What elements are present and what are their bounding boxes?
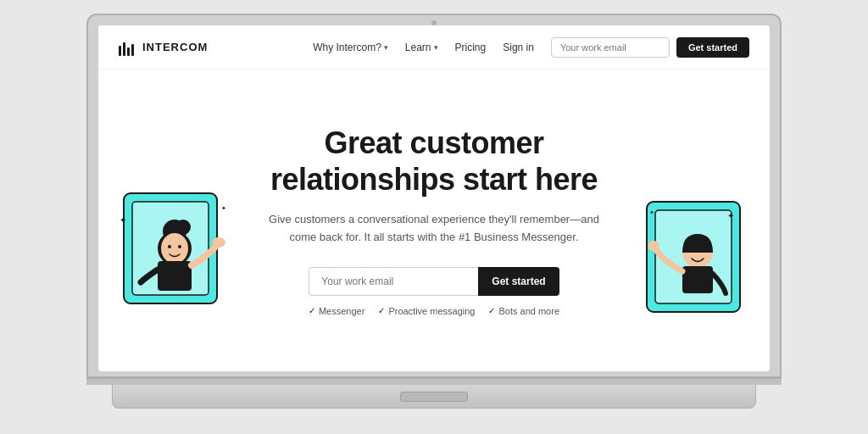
badge-messenger: ✓ Messenger xyxy=(309,306,364,316)
chevron-icon: ▾ xyxy=(384,43,388,52)
logo-text: INTERCOM xyxy=(142,41,208,53)
nav-links: Why Intercom? ▾ Learn ▾ Pricing Sign in xyxy=(313,42,534,53)
screen: INTERCOM Why Intercom? ▾ Learn ▾ Pricing xyxy=(98,25,770,371)
nav-email-input[interactable] xyxy=(551,37,670,58)
svg-point-4 xyxy=(175,220,191,235)
svg-point-5 xyxy=(161,233,188,264)
check-icon: ✓ xyxy=(378,306,385,315)
hero-title: Great customer relationships start here xyxy=(256,125,612,198)
nav-why-intercom[interactable]: Why Intercom? ▾ xyxy=(313,42,388,53)
nav-get-started-button[interactable]: Get started xyxy=(676,37,749,58)
hero-subtitle: Give customers a conversational experien… xyxy=(256,211,612,247)
logo: INTERCOM xyxy=(119,39,208,56)
laptop-container: INTERCOM Why Intercom? ▾ Learn ▾ Pricing xyxy=(86,14,782,420)
svg-text:✦: ✦ xyxy=(221,205,226,211)
badge-proactive: ✓ Proactive messaging xyxy=(378,306,475,316)
nav-sign-in[interactable]: Sign in xyxy=(503,42,534,53)
figure-right: ✦ ✦ xyxy=(643,193,753,354)
laptop-base xyxy=(112,385,756,409)
hero-form: Get started xyxy=(256,267,612,296)
svg-text:✦: ✦ xyxy=(727,211,734,220)
chevron-icon: ▾ xyxy=(434,43,438,52)
hero-get-started-button[interactable]: Get started xyxy=(478,267,559,296)
svg-point-16 xyxy=(648,241,659,251)
camera xyxy=(431,20,437,25)
hero-content: Great customer relationships start here … xyxy=(256,125,612,316)
navbar: INTERCOM Why Intercom? ▾ Learn ▾ Pricing xyxy=(98,25,770,70)
check-icon: ✓ xyxy=(488,306,495,315)
nav-learn[interactable]: Learn ▾ xyxy=(405,42,438,53)
figure-left: ✦ ✦ xyxy=(115,185,234,354)
svg-text:✦: ✦ xyxy=(120,215,126,225)
svg-rect-15 xyxy=(682,266,713,293)
laptop-hinge xyxy=(86,378,782,385)
logo-icon xyxy=(119,39,136,56)
svg-text:✦: ✦ xyxy=(649,209,654,215)
hero-email-input[interactable] xyxy=(309,267,478,296)
nav-cta: Get started xyxy=(551,37,749,58)
badge-bots: ✓ Bots and more xyxy=(488,306,559,316)
svg-point-6 xyxy=(168,245,171,248)
hero-badges: ✓ Messenger ✓ Proactive messaging ✓ Bots… xyxy=(256,306,612,316)
svg-point-7 xyxy=(178,245,181,248)
svg-rect-8 xyxy=(158,261,192,291)
hero-section: ✦ ✦ xyxy=(98,70,770,371)
check-icon: ✓ xyxy=(309,306,315,315)
nav-pricing[interactable]: Pricing xyxy=(455,42,487,53)
svg-point-9 xyxy=(212,237,225,248)
screen-bezel: INTERCOM Why Intercom? ▾ Learn ▾ Pricing xyxy=(86,14,782,378)
trackpad xyxy=(400,392,468,402)
